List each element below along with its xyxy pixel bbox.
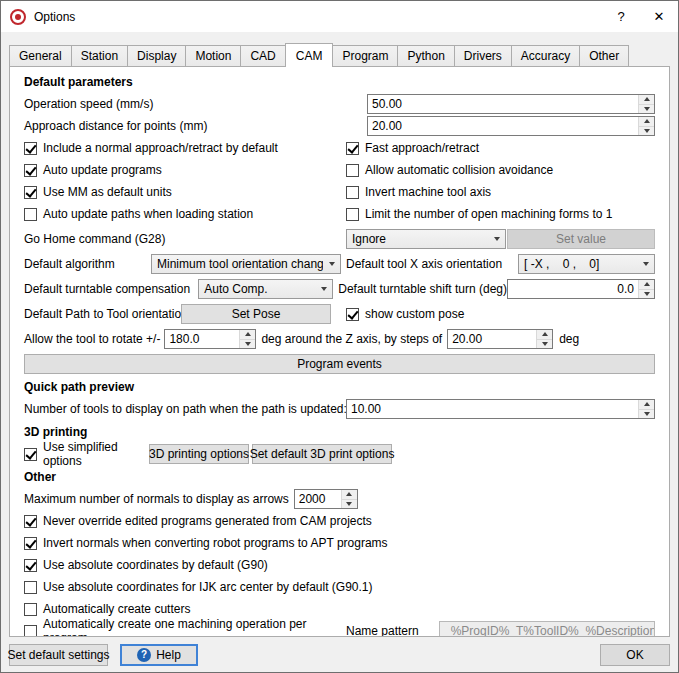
- set-default-settings-button[interactable]: Set default settings: [9, 644, 108, 666]
- window-title: Options: [34, 10, 602, 24]
- spin-up-button[interactable]: [341, 490, 357, 499]
- tab-other[interactable]: Other: [579, 45, 629, 66]
- tab-general[interactable]: General: [9, 45, 72, 66]
- checkbox-invert-machine-tool-axis[interactable]: Invert machine tool axis: [346, 185, 491, 199]
- max-normals-spinner[interactable]: 2000: [294, 489, 358, 509]
- checkbox-auto-update-paths[interactable]: Auto update paths when loading station: [24, 207, 346, 221]
- spin-down-button[interactable]: [638, 126, 654, 136]
- section-heading-other: Other: [24, 470, 655, 484]
- operation-speed-row: Operation speed (mm/s) 50.00: [24, 94, 655, 114]
- checkbox-limit-machining-forms[interactable]: Limit the number of open machining forms…: [346, 207, 612, 221]
- operation-speed-value[interactable]: 50.00: [368, 95, 638, 113]
- spin-up-button[interactable]: [536, 330, 552, 339]
- tab-motion[interactable]: Motion: [185, 45, 241, 66]
- section-heading-quick-path: Quick path preview: [24, 380, 655, 394]
- tab-python[interactable]: Python: [397, 45, 454, 66]
- spin-up-button[interactable]: [638, 117, 654, 126]
- checkbox-row-3: Use MM as default units Invert machine t…: [24, 182, 655, 202]
- tab-cad[interactable]: CAD: [240, 45, 285, 66]
- checkbox-box[interactable]: [24, 515, 37, 528]
- turntable-shift-spinner[interactable]: 0.0: [507, 279, 655, 299]
- tab-display[interactable]: Display: [127, 45, 186, 66]
- spin-up-button[interactable]: [638, 280, 654, 289]
- checkbox-use-mm-units[interactable]: Use MM as default units: [24, 185, 346, 199]
- checkbox-box[interactable]: [24, 186, 37, 199]
- tool-x-axis-dropdown[interactable]: [ -X , 0 , 0]: [518, 254, 655, 274]
- checkbox-absolute-ijk-g901[interactable]: Use absolute coordinates for IJK arc cen…: [24, 580, 373, 594]
- rotate-step-value[interactable]: 20.00: [448, 330, 536, 348]
- spin-down-button[interactable]: [638, 104, 654, 114]
- tab-station[interactable]: Station: [71, 45, 128, 66]
- approach-distance-value[interactable]: 20.00: [368, 117, 638, 135]
- checkbox-use-simplified-options[interactable]: Use simplified options: [24, 440, 149, 468]
- checkbox-row-2: Auto update programs Allow automatic col…: [24, 160, 655, 180]
- checkbox-box[interactable]: [346, 208, 359, 221]
- checkbox-show-custom-pose[interactable]: show custom pose: [346, 307, 464, 321]
- checkbox-box[interactable]: [24, 581, 37, 594]
- tools-display-row: Number of tools to display on path when …: [24, 399, 655, 419]
- checkbox-invert-normals[interactable]: Invert normals when converting robot pro…: [24, 536, 388, 550]
- rotate-angle-value[interactable]: 180.0: [165, 330, 239, 348]
- checkbox-collision-avoidance[interactable]: Allow automatic collision avoidance: [346, 163, 553, 177]
- spin-up-button[interactable]: [638, 95, 654, 104]
- tools-display-spinner[interactable]: 10.00: [346, 399, 655, 419]
- ok-button[interactable]: OK: [600, 644, 670, 666]
- checkbox-box[interactable]: [24, 537, 37, 550]
- spin-up-button[interactable]: [638, 400, 654, 409]
- checkbox-include-normal-approach[interactable]: Include a normal approach/retract by def…: [24, 141, 346, 155]
- tools-display-value[interactable]: 10.00: [347, 400, 638, 418]
- checkbox-box[interactable]: [346, 142, 359, 155]
- checkbox-box[interactable]: [24, 448, 37, 461]
- set-default-3d-print-options-button[interactable]: Set default 3D print options: [252, 444, 392, 464]
- go-home-label: Go Home command (G28): [24, 232, 346, 246]
- tab-cam[interactable]: CAM: [285, 43, 334, 67]
- tab-program[interactable]: Program: [332, 45, 398, 66]
- spin-down-button[interactable]: [638, 289, 654, 299]
- checkbox-box[interactable]: [24, 164, 37, 177]
- checkbox-box[interactable]: [24, 625, 37, 638]
- spin-down-button[interactable]: [239, 339, 255, 349]
- program-events-button[interactable]: Program events: [24, 354, 655, 374]
- max-normals-row: Maximum number of normals to display as …: [24, 489, 655, 509]
- spin-down-button[interactable]: [638, 409, 654, 419]
- checkbox-box[interactable]: [346, 308, 359, 321]
- tab-accuracy[interactable]: Accuracy: [511, 45, 580, 66]
- default-algorithm-dropdown[interactable]: Minimum tool orientation change: [151, 254, 341, 274]
- checkbox-box[interactable]: [24, 142, 37, 155]
- checkbox-box[interactable]: [346, 164, 359, 177]
- checkbox-fast-approach[interactable]: Fast approach/retract: [346, 141, 479, 155]
- approach-distance-spinner[interactable]: 20.00: [367, 116, 655, 136]
- turntable-shift-value[interactable]: 0.0: [508, 280, 638, 298]
- spin-down-button[interactable]: [536, 339, 552, 349]
- window-help-button[interactable]: ?: [602, 1, 640, 32]
- options-dialog: Options ? ✕ General Station Display Moti…: [0, 0, 679, 673]
- spin-down-button[interactable]: [341, 499, 357, 509]
- approach-distance-label: Approach distance for points (mm): [24, 119, 207, 133]
- spinner-arrows: [638, 400, 654, 418]
- checkbox-label: Auto update paths when loading station: [43, 207, 253, 221]
- checkbox-absolute-g90[interactable]: Use absolute coordinates by default (G90…: [24, 558, 268, 572]
- checkbox-operation-per-program[interactable]: Automatically create one machining opera…: [24, 617, 346, 637]
- approach-distance-row: Approach distance for points (mm) 20.00: [24, 116, 655, 136]
- window-close-button[interactable]: ✕: [640, 1, 678, 32]
- 3d-printing-options-button[interactable]: 3D printing options: [149, 444, 249, 464]
- rotate-step-spinner[interactable]: 20.00: [447, 329, 553, 349]
- go-home-dropdown[interactable]: Ignore: [346, 229, 506, 249]
- spinner-arrows: [239, 330, 255, 348]
- rotate-angle-spinner[interactable]: 180.0: [164, 329, 256, 349]
- help-button[interactable]: ? Help: [120, 644, 198, 666]
- max-normals-value[interactable]: 2000: [295, 490, 341, 508]
- checkbox-box[interactable]: [24, 559, 37, 572]
- checkbox-box[interactable]: [24, 603, 37, 616]
- checkbox-box[interactable]: [24, 208, 37, 221]
- tab-drivers[interactable]: Drivers: [454, 45, 512, 66]
- spin-up-button[interactable]: [239, 330, 255, 339]
- checkbox-auto-update-programs[interactable]: Auto update programs: [24, 163, 346, 177]
- operation-speed-spinner[interactable]: 50.00: [367, 94, 655, 114]
- checkbox-auto-create-cutters[interactable]: Automatically create cutters: [24, 602, 190, 616]
- checkbox-box[interactable]: [346, 186, 359, 199]
- set-pose-button[interactable]: Set Pose: [181, 304, 331, 324]
- checkbox-never-override[interactable]: Never override edited programs generated…: [24, 514, 372, 528]
- go-home-dropdown-value: Ignore: [347, 230, 488, 248]
- turntable-comp-dropdown[interactable]: Auto Comp.: [198, 279, 333, 299]
